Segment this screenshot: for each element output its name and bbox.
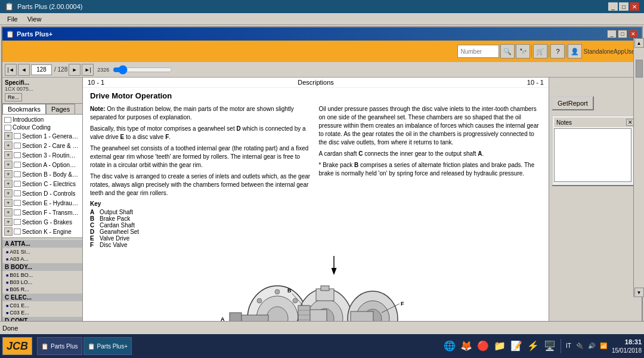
- nav-first-button[interactable]: |◄: [5, 64, 17, 76]
- expand-icon[interactable]: +: [4, 170, 13, 178]
- get-report-button[interactable]: GetReport: [552, 96, 594, 110]
- page-slider[interactable]: [113, 65, 172, 75]
- maximize-button[interactable]: □: [619, 2, 628, 11]
- page-number-input[interactable]: [31, 64, 52, 75]
- tree-label: Section G - Brakes: [22, 219, 72, 226]
- cat-b01[interactable]: B01 BO...: [2, 271, 82, 279]
- inner-title-bar: 📋 Parts Plus+ _ □ ✕: [2, 27, 642, 41]
- expand-icon[interactable]: +: [4, 141, 13, 150]
- drive-motor-svg: A: [215, 253, 417, 321]
- notes-textarea[interactable]: [554, 128, 631, 182]
- expand-icon[interactable]: +: [4, 208, 13, 217]
- tree-item-section1[interactable]: + Section 1 - General Information: [4, 131, 81, 141]
- cat-b03[interactable]: B03 LO...: [2, 279, 82, 286]
- tree-item-sectionA[interactable]: + Section A - Optional Attachments: [4, 160, 81, 169]
- key-title: Key: [90, 200, 313, 207]
- status-text: Done: [2, 325, 18, 332]
- cat-b05[interactable]: B05 R...: [2, 286, 82, 293]
- cat-c-header: C ELEC...: [2, 294, 82, 301]
- close-button[interactable]: ✕: [630, 2, 639, 11]
- tree-label: Section D - Controls: [22, 190, 75, 197]
- scroll-down-button[interactable]: ▼: [634, 288, 644, 297]
- doc-icon: [14, 219, 21, 225]
- tree-item-sectionE[interactable]: + Section E - Hydraulics: [4, 198, 81, 208]
- bookmarks-tree: Introduction Colour Coding + Section 1 -…: [2, 115, 82, 237]
- part-number-input[interactable]: [457, 45, 499, 58]
- taskbar: JCB 📋 Parts Plus 📋 Parts Plus+ 🌐 🦊 🔴 📁 📝…: [0, 334, 644, 358]
- tree-label: Section A - Optional Attachments: [22, 162, 79, 168]
- expand-icon[interactable]: +: [4, 189, 13, 197]
- re-button[interactable]: Re...: [5, 93, 22, 101]
- folder-icon[interactable]: 📁: [494, 340, 506, 351]
- search-icon-button[interactable]: 🔍: [500, 44, 515, 58]
- status-bar: Done: [0, 321, 644, 334]
- cat-a01[interactable]: A01 SI...: [2, 248, 82, 255]
- help-icon-button[interactable]: ?: [550, 44, 565, 58]
- ie-icon[interactable]: 🌐: [444, 340, 456, 351]
- favorite-button[interactable]: ☆: [552, 82, 560, 94]
- spec-area: Specifi... 1CX 0075... Re...: [2, 78, 82, 104]
- network-icon: 🔌: [576, 342, 583, 349]
- tree-label: Section C - Electrics: [22, 181, 76, 187]
- scroll-up-button[interactable]: ▲: [634, 38, 644, 48]
- tab-pages[interactable]: Pages: [46, 104, 75, 114]
- user-icon-button[interactable]: 👤: [568, 44, 582, 58]
- key-item-f: FDisc Valve: [90, 242, 139, 248]
- svg-point-36: [257, 298, 262, 303]
- taskbar-parts-plus[interactable]: 📋 Parts Plus: [37, 337, 82, 355]
- inner-close-button[interactable]: ✕: [628, 30, 638, 38]
- doc-icon: [14, 229, 21, 234]
- tree-label: Section 3 - Routine Maintenance: [22, 152, 79, 159]
- tree-item-introduction[interactable]: Introduction: [4, 116, 81, 124]
- tree-item-section2[interactable]: + Section 2 - Care & Safety: [4, 141, 81, 150]
- svg-text:F: F: [401, 301, 404, 307]
- tree-item-sectionC[interactable]: + Section C - Electrics: [4, 179, 81, 189]
- left-sidebar: Specifi... 1CX 0075... Re... Bookmarks P…: [2, 78, 83, 321]
- notes-title: Notes: [556, 119, 572, 126]
- tree-item-sectionF[interactable]: + Section F - Transmission: [4, 208, 81, 217]
- key-item-b: BBrake Pack: [90, 215, 139, 222]
- nav-next-button[interactable]: ►: [69, 64, 80, 76]
- minimize-button[interactable]: _: [608, 2, 618, 11]
- document-toolbar: |◄ ◄ / 128 ► ►| 2326: [2, 62, 642, 78]
- app-icon[interactable]: 🖥️: [544, 340, 556, 351]
- key-item-c: CCardan Shaft: [90, 222, 139, 229]
- tree-item-sectionD[interactable]: + Section D - Controls: [4, 189, 81, 198]
- word-icon[interactable]: 📝: [510, 340, 522, 351]
- inner-minimize-button[interactable]: _: [607, 30, 617, 38]
- expand-icon[interactable]: +: [4, 180, 13, 188]
- power-icon[interactable]: ⚡: [527, 340, 539, 351]
- chrome-icon[interactable]: 🔴: [477, 340, 489, 351]
- cat-c03[interactable]: C03 E...: [2, 309, 82, 316]
- expand-icon[interactable]: +: [4, 132, 13, 140]
- expand-icon[interactable]: +: [4, 227, 13, 236]
- cat-a03[interactable]: A03 A...: [2, 255, 82, 263]
- nav-last-button[interactable]: ►|: [82, 64, 94, 76]
- tree-item-sectionB[interactable]: + Section B - Body & Framework: [4, 169, 81, 179]
- cart-icon-button[interactable]: 🛒: [533, 44, 547, 58]
- tree-item-colour-coding[interactable]: Colour Coding: [4, 124, 81, 131]
- tree-item-sectionG[interactable]: + Section G - Brakes: [4, 217, 81, 227]
- key-item-d: DGearwheel Set: [90, 229, 139, 235]
- cat-c01[interactable]: C01 E...: [2, 302, 82, 309]
- svg-rect-23: [321, 286, 329, 291]
- expand-icon[interactable]: +: [4, 161, 13, 169]
- nav-prev-button[interactable]: ◄: [18, 64, 30, 76]
- taskbar-parts-plus-inner[interactable]: 📋 Parts Plus+: [83, 337, 132, 355]
- tree-label: Section B - Body & Framework: [22, 171, 79, 178]
- binoculars-icon-button[interactable]: 🔭: [516, 44, 530, 58]
- expand-icon[interactable]: +: [4, 199, 13, 207]
- key-item-e: EValve Drive: [90, 235, 139, 242]
- inner-maximize-button[interactable]: □: [618, 30, 627, 38]
- firefox-icon[interactable]: 🦊: [460, 340, 472, 351]
- tab-bookmarks[interactable]: Bookmarks: [2, 104, 46, 114]
- scroll-thumb[interactable]: [636, 60, 643, 78]
- menu-view[interactable]: View: [23, 14, 47, 24]
- page-range-label: 2326: [97, 67, 109, 73]
- tree-item-section3[interactable]: + Section 3 - Routine Maintenance: [4, 150, 81, 160]
- expand-icon[interactable]: +: [4, 218, 13, 226]
- tree-item-sectionK[interactable]: + Section K - Engine: [4, 227, 81, 236]
- svg-rect-7: [230, 313, 242, 321]
- expand-icon[interactable]: +: [4, 151, 13, 159]
- menu-file[interactable]: File: [2, 14, 23, 24]
